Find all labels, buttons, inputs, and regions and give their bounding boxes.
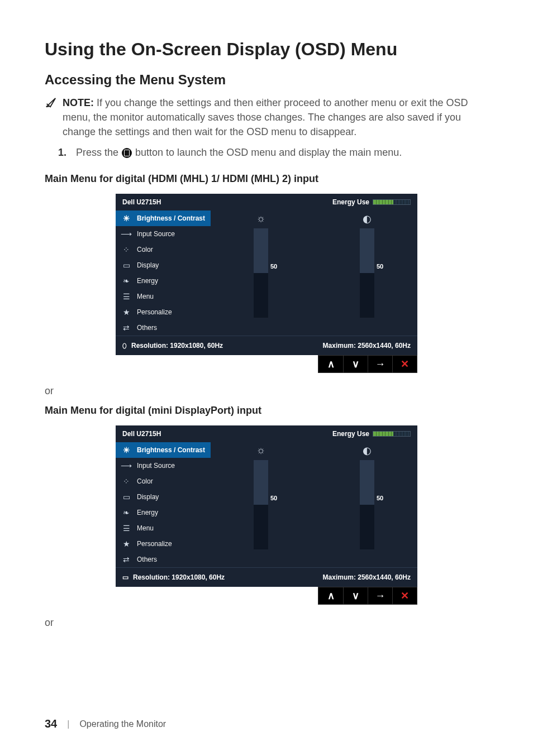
note-block: NOTE: If you change the settings and the…	[45, 95, 488, 139]
energy-use-label: Energy Use	[332, 198, 369, 206]
menu-color[interactable]: ⁘Color	[116, 242, 211, 257]
menu-input-source[interactable]: ⟶Input Source	[116, 458, 211, 473]
osd-button-row: ∧ ∨ → ✕	[318, 587, 417, 605]
brightness-icon: ☀	[121, 214, 131, 223]
osd-menu-list: ☀Brightness / Contrast ⟶Input Source ⁘Co…	[116, 442, 211, 567]
note-label: NOTE:	[63, 97, 94, 108]
input-icon: ⟶	[121, 229, 131, 238]
energy-gauge-icon	[373, 199, 411, 205]
contrast-value: 50	[377, 495, 383, 501]
osd-panel-minidp: Dell U2715H Energy Use ☀Brightness / Con…	[116, 425, 417, 587]
display-icon: ▭	[121, 261, 131, 270]
osd-panel-hdmi: Dell U2715H Energy Use ☀Brightness / Con…	[116, 194, 417, 355]
star-icon: ★	[121, 308, 131, 317]
osd-menu-list: ☀Brightness / Contrast ⟶Input Source ⁘Co…	[116, 210, 211, 336]
page-title: Using the On-Screen Display (OSD) Menu	[45, 39, 488, 60]
enter-button[interactable]: →	[368, 587, 392, 604]
close-button[interactable]: ✕	[392, 587, 417, 604]
brightness-value: 50	[270, 263, 277, 270]
energy-icon: ❧	[121, 508, 131, 517]
input-icon: ⟶	[121, 461, 131, 470]
maximum-value: 2560x1440, 60Hz	[358, 342, 411, 350]
menu-menu[interactable]: ☰Menu	[116, 520, 211, 536]
maximum-value: 2560x1440, 60Hz	[358, 573, 411, 581]
menu-personalize[interactable]: ★Personalize	[116, 536, 211, 552]
step-1: 1. Press the button to launch the OSD me…	[58, 147, 488, 159]
menu-button-icon	[122, 148, 132, 158]
resolution-value: 1920x1080, 60Hz	[172, 573, 225, 581]
menu-display[interactable]: ▭Display	[116, 489, 211, 505]
menu-others[interactable]: ⇄Others	[116, 552, 211, 567]
color-icon: ⁘	[121, 477, 131, 486]
contrast-value: 50	[377, 263, 383, 270]
up-button[interactable]: ∧	[318, 356, 343, 372]
up-button[interactable]: ∧	[318, 587, 343, 604]
footer-section: Operating the Monitor	[79, 719, 166, 729]
connector-icon: ⬯	[122, 342, 127, 350]
page-number: 34	[45, 717, 57, 730]
section-heading: Accessing the Menu System	[45, 72, 488, 88]
menu-brightness-contrast[interactable]: ☀Brightness / Contrast	[116, 442, 211, 458]
enter-button[interactable]: →	[368, 356, 392, 372]
energy-use-label: Energy Use	[332, 430, 369, 438]
note-body: If you change the settings and then eith…	[63, 97, 468, 137]
brightness-value: 50	[270, 495, 277, 501]
contrast-icon: ◐	[363, 444, 372, 457]
menu-personalize[interactable]: ★Personalize	[116, 304, 211, 320]
menu-input-source[interactable]: ⟶Input Source	[116, 226, 211, 242]
brightness-slider[interactable]: ☼ 50	[254, 213, 268, 318]
connector-icon: ▭	[122, 573, 129, 581]
footer-divider: |	[67, 719, 69, 729]
page-footer: 34 | Operating the Monitor	[45, 717, 166, 730]
menu-menu[interactable]: ☰Menu	[116, 289, 211, 304]
subheading-minidp: Main Menu for digital (mini DisplayPort)…	[45, 405, 488, 417]
display-icon: ▭	[121, 492, 131, 501]
others-icon: ⇄	[121, 323, 131, 332]
sun-icon: ☼	[256, 444, 266, 457]
menu-icon: ☰	[121, 292, 131, 301]
energy-gauge-icon	[373, 431, 411, 437]
down-button[interactable]: ∨	[343, 587, 368, 604]
step-number: 1.	[58, 147, 70, 159]
note-text: NOTE: If you change the settings and the…	[63, 95, 488, 139]
star-icon: ★	[121, 539, 131, 548]
down-button[interactable]: ∨	[343, 356, 368, 372]
osd-model: Dell U2715H	[122, 198, 161, 206]
osd-button-row: ∧ ∨ → ✕	[318, 355, 417, 373]
menu-energy[interactable]: ❧Energy	[116, 273, 211, 289]
contrast-slider[interactable]: ◐ 50	[360, 213, 374, 318]
menu-color[interactable]: ⁘Color	[116, 473, 211, 489]
menu-others[interactable]: ⇄Others	[116, 320, 211, 336]
or-separator: or	[45, 385, 488, 397]
brightness-slider[interactable]: ☼ 50	[254, 444, 268, 549]
step-text: Press the button to launch the OSD menu …	[76, 147, 402, 159]
menu-icon: ☰	[121, 524, 131, 533]
resolution-value: 1920x1080, 60Hz	[170, 342, 223, 350]
or-separator: or	[45, 617, 488, 629]
menu-brightness-contrast[interactable]: ☀Brightness / Contrast	[116, 210, 211, 226]
subheading-hdmi: Main Menu for digital (HDMI (MHL) 1/ HDM…	[45, 173, 488, 185]
contrast-icon: ◐	[363, 213, 372, 225]
close-button[interactable]: ✕	[392, 356, 417, 372]
color-icon: ⁘	[121, 245, 131, 254]
osd-model: Dell U2715H	[122, 430, 161, 438]
contrast-slider[interactable]: ◐ 50	[360, 444, 374, 549]
energy-icon: ❧	[121, 276, 131, 285]
others-icon: ⇄	[121, 555, 131, 564]
brightness-icon: ☀	[121, 446, 131, 454]
note-icon	[45, 97, 57, 111]
sun-icon: ☼	[256, 213, 266, 225]
menu-display[interactable]: ▭Display	[116, 257, 211, 273]
menu-energy[interactable]: ❧Energy	[116, 505, 211, 520]
